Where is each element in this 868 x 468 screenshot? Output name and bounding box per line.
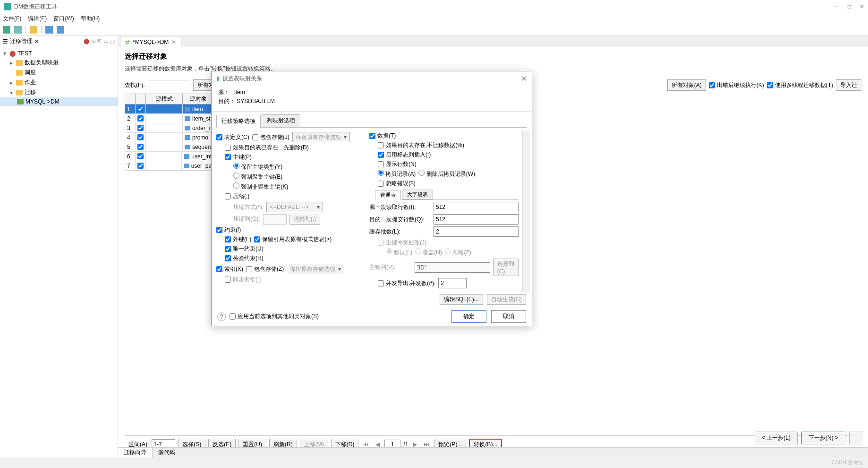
tab-wizard[interactable]: 迁移向导	[118, 448, 153, 458]
index-storage-select[interactable]: 保留原有存储选项▾	[287, 264, 344, 274]
help-icon[interactable]: ?	[217, 312, 226, 321]
last-page-icon[interactable]: ⏭	[422, 441, 431, 448]
maximize-icon[interactable]: □	[848, 3, 851, 10]
fk-checkbox[interactable]: 外键(F)	[225, 235, 251, 243]
dialog-title: 设置表映射关系	[222, 75, 262, 83]
sidebar-max-icon[interactable]: ▢	[110, 38, 115, 44]
save-icon[interactable]	[3, 26, 10, 34]
page-title: 选择迁移对象	[125, 52, 861, 61]
save-all-icon[interactable]	[14, 26, 22, 34]
tab-column-mapping[interactable]: 列映射选项	[262, 114, 300, 127]
tree-leaf-mysql-dm[interactable]: MYSQL->DM	[0, 97, 118, 106]
dialog-scrollbar[interactable]	[522, 130, 530, 292]
pk-col-button[interactable]: 选择列(C)	[493, 259, 519, 276]
tree-root[interactable]: ▾⬤TEST	[0, 49, 118, 58]
src-rows-input[interactable]	[434, 202, 519, 212]
compress-mode-select[interactable]: <--DEFAULT-->▾	[266, 202, 323, 212]
sidebar-action-icon[interactable]: ⬤	[84, 38, 89, 44]
wizard-extra-button[interactable]	[849, 432, 863, 444]
sync-index-checkbox[interactable]: 同步索引(.)	[225, 276, 261, 284]
watermark: CSDN 参考线	[832, 459, 863, 466]
constraint-checkbox[interactable]: 约束(/)	[216, 226, 241, 234]
sidebar-import-icon[interactable]: ⇲	[91, 38, 95, 44]
apply-to-others-checkbox[interactable]: 应用当前选项到其他同类对象(S)	[230, 312, 319, 321]
new-icon[interactable]	[30, 26, 37, 34]
continue-on-error-checkbox[interactable]: 出错后继续执行(K)	[709, 81, 764, 89]
tab-migration-strategy[interactable]: 迁移策略选项	[216, 115, 261, 128]
import-button[interactable]: 导入迁	[836, 79, 861, 91]
table-row[interactable]: 5sequen	[125, 142, 214, 152]
show-rows-checkbox[interactable]: 显示行数(N)	[378, 160, 417, 168]
col-source-obj[interactable]: 源对象	[183, 94, 214, 104]
no-migrate-if-exists-checkbox[interactable]: 如果目的表存在,不迁移数据(%)	[378, 141, 464, 149]
data-checkbox[interactable]: 数据(T)	[369, 132, 396, 140]
pk-cluster-radio[interactable]: 强制聚集主键(B)	[233, 173, 282, 181]
ok-button[interactable]: 确定	[451, 310, 486, 323]
index-checkbox[interactable]: 索引(X)	[216, 265, 243, 273]
cache-input[interactable]	[434, 226, 519, 237]
index-storage-checkbox[interactable]: 包含存储(Z)	[246, 265, 284, 273]
divider	[41, 26, 42, 34]
link-icon[interactable]	[45, 26, 53, 34]
check-checkbox[interactable]: 检验约束(H)	[225, 254, 264, 262]
dialog-close-icon[interactable]: ✕	[521, 74, 527, 83]
multithread-checkbox[interactable]: 使用多线程迁移数据(T)	[767, 81, 833, 89]
table-row[interactable]: 4promo	[125, 133, 214, 142]
sidebar-export-icon[interactable]: ⇱	[97, 38, 102, 44]
col-source-mode[interactable]: 源模式	[146, 94, 183, 104]
minimize-icon[interactable]: —	[834, 3, 839, 10]
drop-if-exists-checkbox[interactable]: 如果目的表已存在，先删除(D)	[225, 144, 309, 152]
sidebar-title: ☰ 迁移管理 ✕	[3, 37, 39, 45]
auto-gen-button[interactable]: 自动生成(G)	[487, 294, 526, 305]
tree-item[interactable]: ▸作业	[0, 78, 118, 87]
inner-tab-lob[interactable]: 大字段表	[402, 190, 433, 199]
table-def-checkbox[interactable]: 表定义(C)	[216, 133, 249, 141]
table-row[interactable]: 1item	[125, 104, 214, 114]
table-row[interactable]: 3order_i	[125, 123, 214, 133]
table-row[interactable]: 6user_inf	[125, 152, 214, 161]
table-row[interactable]: 2item_st	[125, 114, 214, 123]
menu-window[interactable]: 窗口(W)	[53, 15, 74, 23]
fk-keep-checkbox[interactable]: 保留引用表原有模式信息(>)	[254, 235, 332, 243]
prev-page-icon[interactable]: ◀	[374, 441, 382, 448]
tree-item[interactable]: 调度	[0, 68, 118, 78]
conflict-ignore-radio: 忽略(Z)	[445, 248, 471, 257]
inner-tab-normal[interactable]: 普通表	[375, 190, 401, 200]
ignore-error-checkbox[interactable]: 忽略错误($)	[378, 180, 416, 188]
pk-noncluster-radio[interactable]: 强制非聚集主键(K)	[233, 182, 288, 191]
home-icon[interactable]	[57, 26, 64, 34]
menu-edit[interactable]: 编辑(E)	[28, 15, 47, 23]
first-page-icon[interactable]: ⏮	[361, 441, 371, 448]
parallel-count-input[interactable]	[438, 278, 467, 288]
identity-insert-checkbox[interactable]: 启用标志列插入(:)	[378, 151, 431, 159]
unique-checkbox[interactable]: 唯一约束(U)	[225, 245, 264, 253]
include-storage-checkbox[interactable]: 包含存储(J)	[252, 133, 289, 141]
sidebar-min-icon[interactable]: ▭	[103, 38, 108, 44]
menu-file[interactable]: 文件(F)	[3, 15, 21, 23]
tree-item[interactable]: ▸数据类型映射	[0, 58, 118, 68]
pk-keep-radio[interactable]: 保留主键类型(Y)	[233, 163, 282, 171]
prev-step-button[interactable]: < 上一步(L)	[755, 432, 798, 444]
table-row[interactable]: 7user_pa	[125, 161, 214, 171]
copy-records-radio[interactable]: 拷贝记录(A)	[378, 170, 416, 178]
tree-item[interactable]: ▾迁移	[0, 87, 118, 97]
tab-close-icon[interactable]: ✕	[171, 39, 176, 45]
storage-option-select[interactable]: 保留原有存储选项▾	[292, 132, 350, 142]
menu-help[interactable]: 帮助(H)	[81, 15, 100, 23]
compress-col-button[interactable]: 选择列(,)	[289, 214, 320, 225]
parallel-export-checkbox[interactable]: 并发导出,并发数(#):	[378, 279, 435, 287]
tab-source-code[interactable]: 源代码	[153, 448, 181, 458]
sidebar: ☰ 迁移管理 ✕ ⬤ ⇲ ⇱ ▭ ▢ ▾⬤TEST ▸数据类型映射 调度 ▸作业…	[0, 36, 118, 458]
main-tab[interactable]: ⇄*MYSQL->DM✕	[120, 37, 181, 47]
next-step-button[interactable]: 下一步(N) >	[801, 432, 845, 444]
cancel-button[interactable]: 取消	[491, 310, 526, 323]
find-input[interactable]	[148, 80, 190, 90]
dst-rows-input[interactable]	[434, 214, 519, 225]
pk-checkbox[interactable]: 主键(P)	[225, 153, 252, 161]
close-icon[interactable]: ✕	[859, 3, 864, 10]
compress-checkbox[interactable]: 压缩(;)	[225, 192, 249, 200]
edit-sql-button[interactable]: 编辑SQL(E)...	[440, 294, 483, 305]
all-objects-button[interactable]: 所有对象(A)	[667, 79, 706, 91]
delete-copy-radio[interactable]: 删除后拷贝记录(W)	[418, 170, 475, 178]
next-page-icon[interactable]: ▶	[411, 441, 419, 448]
